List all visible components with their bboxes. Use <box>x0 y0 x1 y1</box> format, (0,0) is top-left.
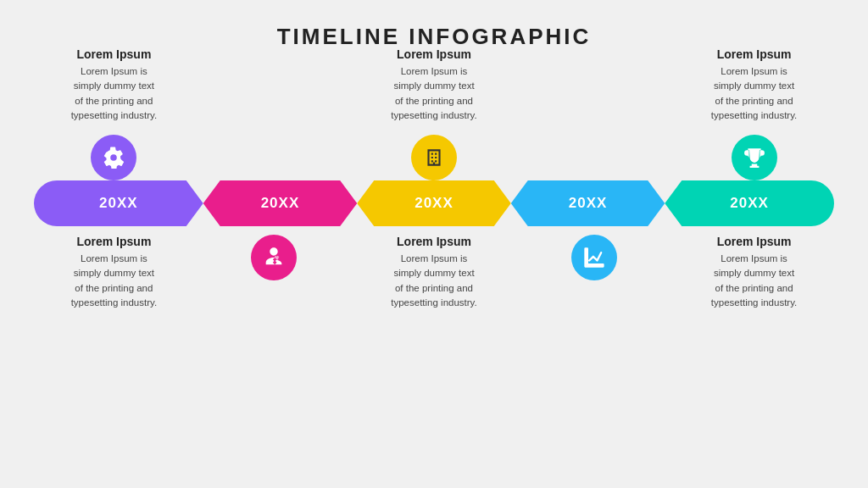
top-row: Lorem Ipsum Lorem Ipsum issimply dummy t… <box>34 70 834 180</box>
bottom-title-1: Lorem Ipsum <box>71 235 157 248</box>
bottom-text-5: Lorem Ipsum Lorem Ipsum issimply dummy t… <box>711 235 797 310</box>
bottom-row: Lorem Ipsum Lorem Ipsum issimply dummy t… <box>34 226 834 336</box>
bottom-text-1: Lorem Ipsum Lorem Ipsum issimply dummy t… <box>71 235 157 310</box>
slide: TIMELINE INFOGRAPHIC Lorem Ipsum Lorem I… <box>0 0 868 488</box>
seg-label-2: 20XX <box>261 195 300 212</box>
timeline-bar: 20XX 20XX 20XX 20XX 20XX <box>34 180 834 226</box>
seg-label-5: 20XX <box>730 195 769 212</box>
bottom-item-1: Lorem Ipsum Lorem Ipsum issimply dummy t… <box>46 235 181 310</box>
segment-1: 20XX <box>34 180 203 226</box>
gear-icon <box>103 147 125 169</box>
handshake-icon <box>262 246 286 269</box>
building-icon <box>423 147 445 169</box>
segment-5: 20XX <box>665 180 834 226</box>
top-item-5: Lorem Ipsum Lorem Ipsum issimply dummy t… <box>687 47 822 180</box>
segment-4: 20XX <box>511 180 665 226</box>
bottom-desc-3: Lorem Ipsum issimply dummy textof the pr… <box>391 252 476 310</box>
chart-icon <box>582 246 606 269</box>
circle-icon-5 <box>732 135 777 180</box>
top-text-1: Lorem Ipsum Lorem Ipsum issimply dummy t… <box>71 47 157 123</box>
bottom-item-2 <box>206 235 342 287</box>
circle-icon-4 <box>571 235 617 280</box>
seg-label-1: 20XX <box>99 195 138 212</box>
trophy-icon <box>743 147 765 169</box>
seg-label-3: 20XX <box>415 195 453 212</box>
top-title-3: Lorem Ipsum <box>391 47 476 61</box>
bottom-text-3: Lorem Ipsum Lorem Ipsum issimply dummy t… <box>391 235 476 310</box>
seg-label-4: 20XX <box>569 195 608 212</box>
circle-icon-3 <box>411 135 457 180</box>
bottom-item-4 <box>526 235 662 287</box>
bottom-desc-5: Lorem Ipsum issimply dummy textof the pr… <box>711 252 797 310</box>
circle-icon-1 <box>91 135 136 180</box>
top-item-3: Lorem Ipsum Lorem Ipsum issimply dummy t… <box>366 47 502 180</box>
top-text-5: Lorem Ipsum Lorem Ipsum issimply dummy t… <box>711 47 797 123</box>
bottom-item-5: Lorem Ipsum Lorem Ipsum issimply dummy t… <box>687 235 822 310</box>
segment-2: 20XX <box>203 180 358 226</box>
top-title-1: Lorem Ipsum <box>71 47 157 61</box>
segment-3: 20XX <box>357 180 511 226</box>
top-title-5: Lorem Ipsum <box>711 47 797 61</box>
bottom-desc-1: Lorem Ipsum issimply dummy textof the pr… <box>71 252 157 310</box>
infographic: Lorem Ipsum Lorem Ipsum issimply dummy t… <box>34 70 834 336</box>
bottom-title-3: Lorem Ipsum <box>391 235 476 248</box>
page-title: TIMELINE INFOGRAPHIC <box>277 24 592 50</box>
top-desc-5: Lorem Ipsum issimply dummy textof the pr… <box>711 64 797 123</box>
circle-icon-2 <box>251 235 297 280</box>
bottom-item-3: Lorem Ipsum Lorem Ipsum issimply dummy t… <box>366 235 502 310</box>
top-text-3: Lorem Ipsum Lorem Ipsum issimply dummy t… <box>391 47 476 123</box>
top-desc-1: Lorem Ipsum issimply dummy textof the pr… <box>71 64 157 123</box>
top-desc-3: Lorem Ipsum issimply dummy textof the pr… <box>391 64 476 123</box>
top-item-1: Lorem Ipsum Lorem Ipsum issimply dummy t… <box>46 47 181 180</box>
bottom-title-5: Lorem Ipsum <box>711 235 797 248</box>
